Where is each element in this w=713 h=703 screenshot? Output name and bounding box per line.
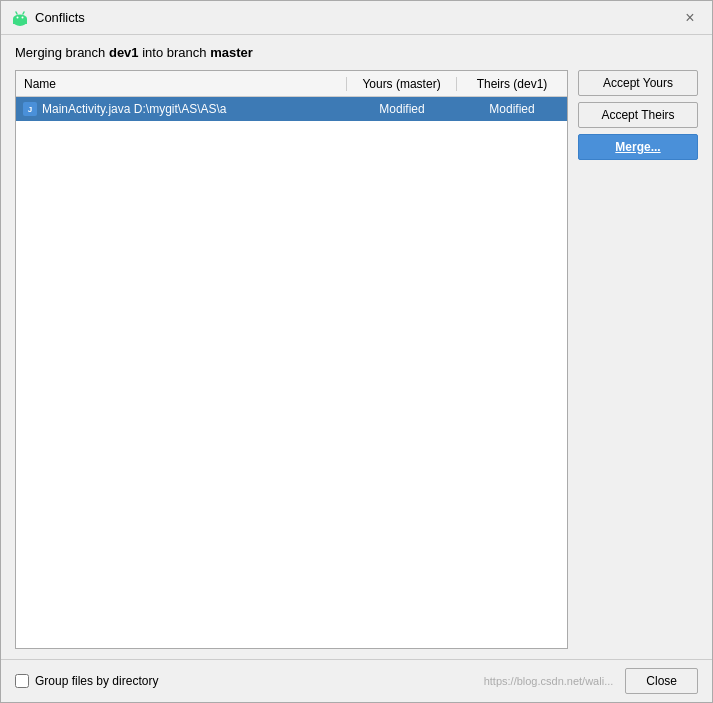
svg-line-5	[16, 12, 17, 14]
watermark-text: https://blog.csdn.net/wali...	[484, 675, 614, 687]
row-theirs-status: Modified	[457, 102, 567, 116]
dialog-footer: Group files by directory https://blog.cs…	[1, 659, 712, 702]
content-area: Name Yours (master) Theirs (dev1) J Main…	[15, 70, 698, 649]
group-files-checkbox-area: Group files by directory	[15, 674, 158, 688]
svg-line-6	[23, 12, 24, 14]
group-files-checkbox[interactable]	[15, 674, 29, 688]
java-file-icon: J	[22, 101, 38, 117]
file-table: Name Yours (master) Theirs (dev1) J Main…	[15, 70, 568, 649]
merge-button[interactable]: Merge...	[578, 134, 698, 160]
target-branch: master	[210, 45, 253, 60]
merge-middle: into branch	[139, 45, 211, 60]
action-buttons: Accept Yours Accept Theirs Merge...	[578, 70, 698, 649]
merge-prefix: Merging branch	[15, 45, 109, 60]
svg-point-3	[17, 16, 19, 18]
merge-info: Merging branch dev1 into branch master	[15, 45, 698, 60]
col-header-theirs: Theirs (dev1)	[457, 77, 567, 91]
file-label: MainActivity.java D:\mygit\AS\AS\a	[42, 102, 227, 116]
col-header-yours: Yours (master)	[347, 77, 457, 91]
source-branch: dev1	[109, 45, 139, 60]
accept-yours-button[interactable]: Accept Yours	[578, 70, 698, 96]
row-file-name: J MainActivity.java D:\mygit\AS\AS\a	[16, 101, 347, 117]
col-header-name: Name	[16, 77, 347, 91]
svg-point-4	[22, 16, 24, 18]
table-row[interactable]: J MainActivity.java D:\mygit\AS\AS\a Mod…	[16, 97, 567, 121]
accept-theirs-button[interactable]: Accept Theirs	[578, 102, 698, 128]
android-icon	[11, 9, 29, 27]
conflicts-dialog: Conflicts × Merging branch dev1 into bra…	[0, 0, 713, 703]
dialog-title: Conflicts	[35, 10, 85, 25]
svg-point-2	[13, 14, 27, 22]
title-bar-left: Conflicts	[11, 9, 85, 27]
title-close-button[interactable]: ×	[678, 6, 702, 30]
title-bar: Conflicts ×	[1, 1, 712, 35]
row-yours-status: Modified	[347, 102, 457, 116]
table-body[interactable]: J MainActivity.java D:\mygit\AS\AS\a Mod…	[16, 97, 567, 648]
dialog-body: Merging branch dev1 into branch master N…	[1, 35, 712, 659]
table-header: Name Yours (master) Theirs (dev1)	[16, 71, 567, 97]
group-files-label: Group files by directory	[35, 674, 158, 688]
close-button[interactable]: Close	[625, 668, 698, 694]
